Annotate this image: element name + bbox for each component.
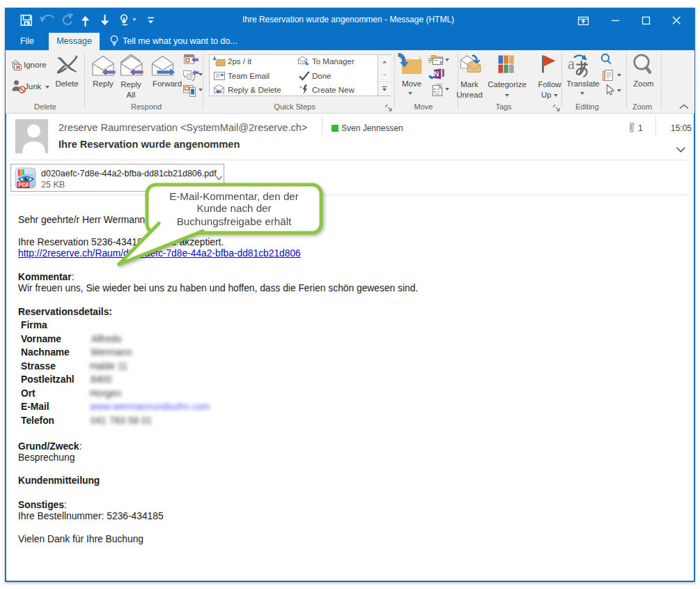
svg-text:Kunde nach der: Kunde nach der — [196, 202, 271, 214]
svg-text:PDF: PDF — [18, 182, 29, 188]
svg-text:Buchungsfreigabe erhält: Buchungsfreigabe erhält — [177, 215, 292, 227]
svg-text:a: a — [568, 55, 575, 72]
svg-text:E-Mail-Kommentar, den der: E-Mail-Kommentar, den der — [169, 190, 299, 202]
